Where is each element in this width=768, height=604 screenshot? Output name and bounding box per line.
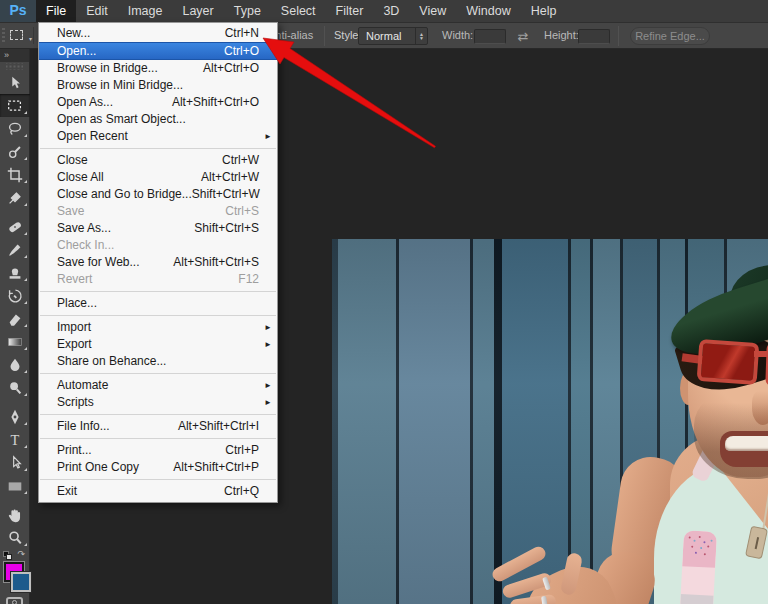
menu-item-automate[interactable]: Automate►: [39, 377, 277, 394]
background-color-swatch[interactable]: [11, 572, 31, 592]
dropdown-spinner-icon: ▲▼: [415, 28, 424, 44]
tool-flyout-corner: [24, 157, 27, 160]
menu-item-new[interactable]: New...Ctrl+N: [39, 25, 277, 42]
style-dropdown-value: Normal: [366, 30, 401, 42]
crop-tool[interactable]: [0, 163, 30, 186]
height-label: Height:: [544, 23, 579, 48]
swap-colors-icon[interactable]: ↷: [17, 549, 25, 559]
history-brush-tool[interactable]: [0, 284, 30, 307]
swap-dimensions-icon[interactable]: ⇄: [512, 24, 534, 49]
shape-tool[interactable]: [0, 474, 30, 497]
eraser-tool[interactable]: [0, 307, 30, 330]
menubar-item-select[interactable]: Select: [271, 0, 326, 22]
menubar-item-3d[interactable]: 3D: [373, 0, 409, 22]
path-selection-tool[interactable]: [0, 451, 30, 474]
menu-item-close[interactable]: CloseCtrl+W: [39, 152, 277, 169]
menu-item-close-all[interactable]: Close AllAlt+Ctrl+W: [39, 169, 277, 186]
blur-tool[interactable]: [0, 353, 30, 376]
dodge-tool[interactable]: [0, 376, 30, 399]
quick-selection-tool[interactable]: [0, 140, 30, 163]
submenu-arrow-icon: ►: [264, 319, 272, 336]
tool-flyout-corner: [24, 278, 27, 281]
menu-item-scripts[interactable]: Scripts►: [39, 394, 277, 411]
height-input[interactable]: [578, 29, 610, 44]
brush-tool[interactable]: [0, 238, 30, 261]
man-teeth: [725, 436, 768, 451]
menubar-item-image[interactable]: Image: [118, 0, 173, 22]
current-tool-preview[interactable]: ▾: [8, 27, 34, 44]
toolbar-grip: [6, 63, 23, 70]
clone-stamp-tool[interactable]: [0, 261, 30, 284]
menu-item-export[interactable]: Export►: [39, 336, 277, 353]
menubar-item-filter[interactable]: Filter: [326, 0, 374, 22]
spot-healing-brush-tool[interactable]: [0, 215, 30, 238]
quick-selection-tool-icon: [6, 143, 24, 161]
menu-item-import[interactable]: Import►: [39, 319, 277, 336]
submenu-arrow-icon: ►: [264, 377, 272, 394]
lasso-tool[interactable]: [0, 117, 30, 140]
menu-item-open[interactable]: Open...Ctrl+O: [39, 42, 277, 60]
menubar-item-type[interactable]: Type: [224, 0, 271, 22]
move-tool[interactable]: [0, 71, 30, 94]
menubar-item-layer[interactable]: Layer: [172, 0, 223, 22]
menubar-item-file[interactable]: File: [36, 0, 76, 22]
menu-item-revert[interactable]: RevertF12: [39, 271, 277, 288]
tool-bar: » T ↷: [0, 49, 30, 604]
refine-edge-button[interactable]: Refine Edge...: [630, 27, 710, 45]
gradient-tool-icon: [6, 333, 24, 351]
tool-flyout-corner: [24, 255, 27, 258]
eyedropper-tool[interactable]: [0, 186, 30, 209]
history-brush-tool-icon: [6, 287, 24, 305]
sunglasses-bridge: [754, 351, 768, 357]
gradient-tool[interactable]: [0, 330, 30, 353]
menu-item-save[interactable]: SaveCtrl+S: [39, 203, 277, 220]
zoom-tool-icon: [6, 529, 24, 547]
zoom-tool[interactable]: [0, 526, 30, 549]
hand-tool[interactable]: [0, 503, 30, 526]
menu-item-browse-in-bridge[interactable]: Browse in Bridge...Alt+Ctrl+O: [39, 60, 277, 77]
menu-item-share-on-behance[interactable]: Share on Behance...: [39, 353, 277, 370]
tool-flyout-corner: [24, 543, 27, 546]
tool-flyout-corner: [24, 347, 27, 350]
menubar-item-help[interactable]: Help: [521, 0, 567, 22]
menubar-item-edit[interactable]: Edit: [76, 0, 118, 22]
menu-item-exit[interactable]: ExitCtrl+Q: [39, 483, 277, 500]
menu-item-open-as-smart-object[interactable]: Open as Smart Object...: [39, 111, 277, 128]
menu-item-file-info[interactable]: File Info...Alt+Shift+Ctrl+I: [39, 418, 277, 435]
style-dropdown[interactable]: Normal ▲▼: [358, 27, 428, 45]
tool-flyout-corner: [24, 445, 27, 448]
default-colors-icon[interactable]: [3, 551, 12, 560]
tool-flyout-corner: [24, 491, 27, 494]
menu-item-print-one-copy[interactable]: Print One CopyAlt+Shift+Ctrl+P: [39, 459, 277, 476]
width-input[interactable]: [474, 29, 506, 44]
menu-item-save-as[interactable]: Save As...Shift+Ctrl+S: [39, 220, 277, 237]
menu-item-close-and-go-to-bridge[interactable]: Close and Go to Bridge...Shift+Ctrl+W: [39, 186, 277, 203]
submenu-arrow-icon: ►: [264, 394, 272, 411]
menubar-item-window[interactable]: Window: [456, 0, 520, 22]
quick-mask-button[interactable]: [6, 597, 23, 604]
toolbar-collapse-button[interactable]: »: [0, 49, 29, 62]
dodge-tool-icon: [6, 379, 24, 397]
menu-item-place[interactable]: Place...: [39, 295, 277, 312]
tool-flyout-corner: [24, 393, 27, 396]
tool-list: T: [0, 71, 29, 549]
menu-separator: [40, 414, 276, 415]
menubar-item-view[interactable]: View: [409, 0, 456, 22]
menu-item-open-recent[interactable]: Open Recent►: [39, 128, 277, 145]
svg-text:T: T: [11, 431, 20, 447]
options-grip: [2, 28, 5, 42]
spot-healing-brush-tool-icon: [6, 218, 24, 236]
tool-flyout-corner: [24, 134, 27, 137]
menu-separator: [40, 148, 276, 149]
rectangular-marquee-tool[interactable]: [0, 94, 30, 117]
menu-item-open-as[interactable]: Open As...Alt+Shift+Ctrl+O: [39, 94, 277, 111]
menu-item-print[interactable]: Print...Ctrl+P: [39, 442, 277, 459]
crop-tool-icon: [6, 166, 24, 184]
tool-flyout-corner: [24, 203, 27, 206]
document-photo[interactable]: [332, 239, 768, 604]
pen-tool[interactable]: [0, 405, 30, 428]
menu-item-check-in[interactable]: Check In...: [39, 237, 277, 254]
menu-item-save-for-web[interactable]: Save for Web...Alt+Shift+Ctrl+S: [39, 254, 277, 271]
menu-item-browse-in-mini-bridge[interactable]: Browse in Mini Bridge...: [39, 77, 277, 94]
type-tool[interactable]: T: [0, 428, 30, 451]
